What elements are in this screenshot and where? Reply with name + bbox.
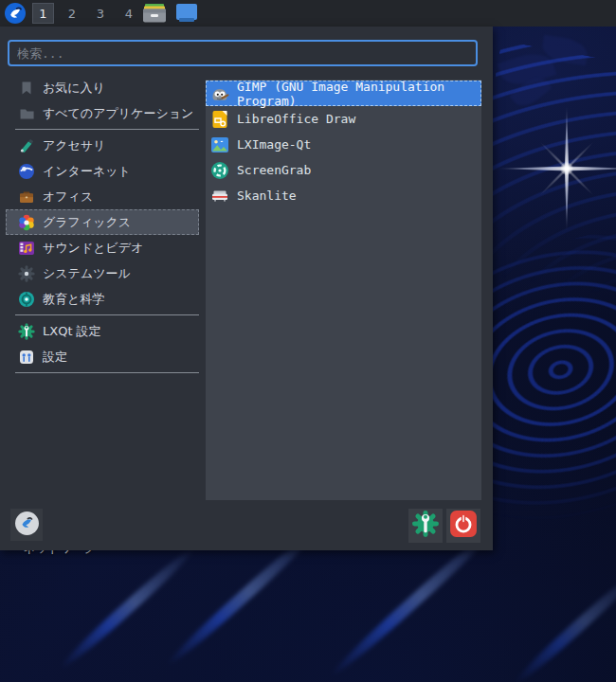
internet-icon xyxy=(18,163,35,180)
category-separator xyxy=(15,129,199,130)
category-item-accessories[interactable]: アクセサリ xyxy=(6,133,199,158)
category-item-preferences[interactable]: 設定 xyxy=(6,344,199,369)
graphics-icon xyxy=(18,214,35,231)
libreoffice-draw-icon xyxy=(210,110,229,129)
skanlite-icon xyxy=(210,187,229,206)
workspace-1-active[interactable]: 1 xyxy=(32,3,54,24)
system-tools-icon xyxy=(18,265,35,282)
app-label: Skanlite xyxy=(237,188,297,203)
power-button[interactable] xyxy=(446,509,480,543)
category-label: お気に入り xyxy=(43,80,105,97)
category-label: LXQt 設定 xyxy=(43,323,101,340)
category-label: オフィス xyxy=(43,188,93,206)
category-item-sound-video[interactable]: サウンドとビデオ xyxy=(6,235,199,260)
category-item-education[interactable]: 教育と科学 xyxy=(6,286,199,312)
category-item-folder[interactable]: すべてのアプリケーション xyxy=(6,100,199,126)
category-label: グラフィックス xyxy=(43,214,131,231)
file-manager-icon[interactable] xyxy=(141,3,168,27)
category-item-office[interactable]: オフィス xyxy=(6,184,199,209)
office-icon xyxy=(18,188,35,206)
application-list: GIMP (GNU Image Manipulation Program)Lib… xyxy=(206,80,481,500)
app-item-lximage-qt[interactable]: LXImage-Qt xyxy=(206,132,481,157)
app-label: GIMP (GNU Image Manipulation Program) xyxy=(237,80,480,108)
app-label: LibreOffice Draw xyxy=(237,112,355,126)
lxqt-leave-icon xyxy=(412,511,439,541)
leave-button[interactable] xyxy=(408,509,443,543)
preferences-icon xyxy=(18,349,35,366)
category-label: アクセサリ xyxy=(43,137,106,154)
category-label: 設定 xyxy=(43,349,67,366)
category-label: すべてのアプリケーション xyxy=(43,105,193,122)
bookmark-icon xyxy=(18,80,35,97)
workspace-3[interactable]: 3 xyxy=(91,3,110,24)
lximage-qt-icon xyxy=(210,135,229,154)
app-item-gimp[interactable]: GIMP (GNU Image Manipulation Program) xyxy=(206,81,481,106)
category-separator xyxy=(15,372,199,373)
category-item-graphics[interactable]: グラフィックス xyxy=(6,209,199,235)
category-label: システムツール xyxy=(43,265,131,282)
lxqt-logo-icon xyxy=(14,511,40,540)
gimp-icon xyxy=(210,84,229,103)
top-panel: 1234 xyxy=(0,0,616,27)
category-label: 教育と科学 xyxy=(43,291,104,308)
desktop-icon[interactable] xyxy=(175,4,198,27)
category-separator xyxy=(15,314,199,315)
power-icon xyxy=(449,510,478,542)
screengrab-icon xyxy=(210,161,229,180)
category-item-bookmark[interactable]: お気に入り xyxy=(6,75,199,100)
app-item-libreoffice-draw[interactable]: LibreOffice Draw xyxy=(206,106,481,132)
category-item-lxqt-settings[interactable]: LXQt 設定 xyxy=(6,318,199,344)
category-label: サウンドとビデオ xyxy=(43,240,143,257)
menu-logo-button[interactable] xyxy=(10,509,43,541)
lxqt-settings-icon xyxy=(18,323,35,340)
search-input[interactable] xyxy=(8,40,478,66)
app-item-skanlite[interactable]: Skanlite xyxy=(206,183,481,208)
workspace-4[interactable]: 4 xyxy=(119,3,138,24)
category-label: インターネット xyxy=(43,163,131,180)
app-label: ScreenGrab xyxy=(237,163,311,177)
app-label: LXImage-Qt xyxy=(237,137,311,152)
main-menu-popup: お気に入りすべてのアプリケーションアクセサリインターネットオフィスグラフィックス… xyxy=(0,27,493,550)
workspace-2[interactable]: 2 xyxy=(63,3,82,24)
category-item-internet[interactable]: インターネット xyxy=(6,158,199,184)
main-menu-button[interactable] xyxy=(4,2,27,25)
education-icon xyxy=(18,291,35,308)
folder-icon xyxy=(18,105,35,122)
sound-video-icon xyxy=(18,240,35,257)
accessories-icon xyxy=(18,137,35,154)
category-list: お気に入りすべてのアプリケーションアクセサリインターネットオフィスグラフィックス… xyxy=(6,75,199,376)
app-item-screengrab[interactable]: ScreenGrab xyxy=(206,157,481,183)
category-item-system-tools[interactable]: システムツール xyxy=(6,260,199,286)
